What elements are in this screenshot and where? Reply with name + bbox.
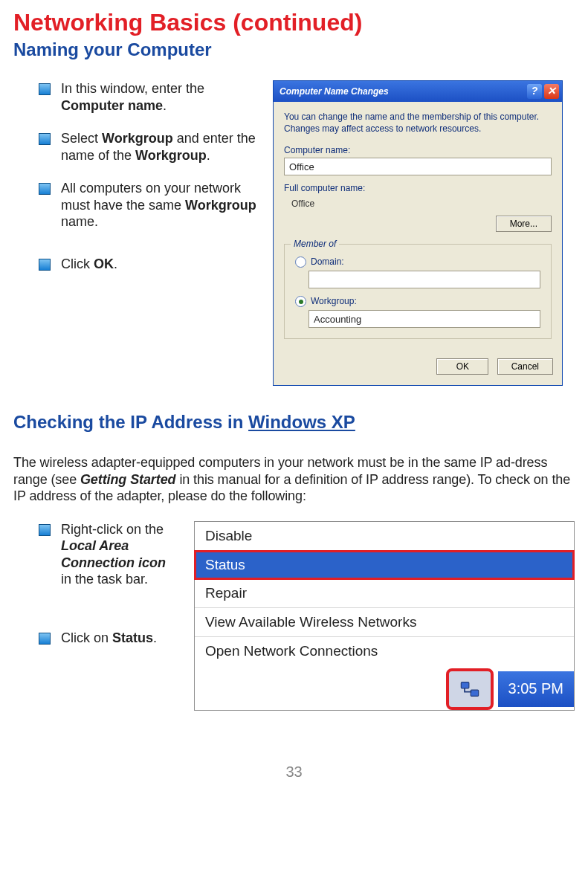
domain-radio-label: Domain: [311,256,344,268]
list-item: All computers on your network must have … [39,180,262,230]
body-text: in the task bar. [61,572,148,587]
dialog-titlebar[interactable]: Computer Name Changes ? ✕ [274,81,562,102]
page-number: 33 [13,763,575,781]
svg-rect-1 [471,690,479,696]
body-text: Click on [61,630,112,645]
domain-field[interactable] [308,271,540,288]
menu-item-view-networks[interactable]: View Available Wireless Networks [195,608,574,637]
body-text: Select [61,131,102,146]
menu-item-disable[interactable]: Disable [195,522,574,551]
dialog-description: You can change the name and the membersh… [284,111,552,135]
list-item: Click OK. [39,256,262,273]
more-button[interactable]: More... [496,216,552,232]
workgroup-radio[interactable] [295,296,306,307]
computer-name-label: Computer name: [284,145,552,156]
body-text: Workgroup [185,198,256,213]
body-text: Right-click on the [61,522,164,537]
cancel-button[interactable]: Cancel [497,358,553,375]
close-icon[interactable]: ✕ [544,84,559,99]
list-item: Select Workgroup and enter the name of t… [39,130,262,164]
ok-button[interactable]: OK [436,358,488,375]
body-text: Workgroup [102,131,173,146]
page-title: Networking Basics (continued) [13,7,575,37]
body-text: . [153,630,157,645]
menu-item-repair[interactable]: Repair [195,579,574,608]
svg-rect-0 [461,682,469,688]
body-text: . [114,256,117,271]
list-item: Click on Status. [39,630,177,647]
list-item: In this window, enter the Computer name. [39,80,262,114]
body-text: Local Area Connection icon [61,538,166,570]
network-tray-icon[interactable] [446,668,494,710]
body-text: Computer name [61,98,163,113]
body-text: Click [61,256,94,271]
domain-radio[interactable] [295,256,306,268]
menu-item-open-connections[interactable]: Open Network Connections [195,637,574,665]
dialog-title: Computer Name Changes [280,86,389,97]
computer-name-dialog: Computer Name Changes ? ✕ You can change… [273,80,563,386]
list-item: Right-click on the Local Area Connection… [39,521,177,588]
workgroup-field[interactable] [308,310,540,328]
group-title: Member of [291,239,339,250]
square-bullet-icon [39,83,51,95]
body-text: name. [61,214,98,229]
help-icon[interactable]: ? [527,84,542,99]
section-checking-ip: Checking the IP Address in Windows XP [13,411,575,433]
full-computer-name-value: Office [284,196,552,210]
body-text: In this window, enter the [61,81,204,96]
body-text: OK [94,256,114,271]
network-icon [459,679,480,700]
body-text: . [207,148,210,163]
body-paragraph: The wireless adapter-equipped computers … [13,454,575,505]
workgroup-radio-label: Workgroup: [311,296,357,307]
square-bullet-icon [39,259,51,271]
square-bullet-icon [39,524,51,536]
member-of-group: Member of Domain: Workgroup: [284,244,552,339]
square-bullet-icon [39,183,51,195]
menu-item-status[interactable]: Status [195,551,574,580]
taskbar-clock: 3:05 PM [498,671,574,707]
body-text: Workgroup [135,148,207,163]
section-naming: Naming your Computer [13,39,575,61]
square-bullet-icon [39,633,51,645]
square-bullet-icon [39,133,51,145]
full-computer-name-label: Full computer name: [284,183,552,194]
body-text: . [163,98,167,113]
computer-name-field[interactable] [284,158,552,175]
context-menu-screenshot: Disable Status Repair View Available Wir… [194,521,575,711]
body-text: Status [112,630,153,645]
